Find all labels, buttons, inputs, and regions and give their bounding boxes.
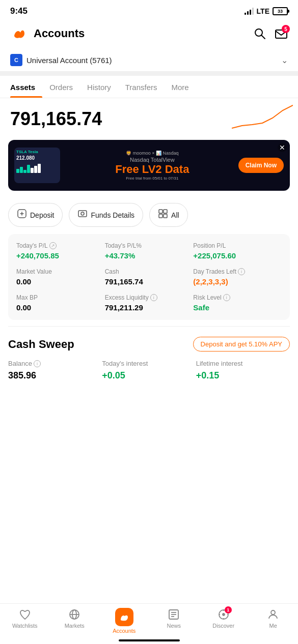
tab-assets[interactable]: Assets: [10, 76, 42, 98]
nav-accounts[interactable]: Accounts: [109, 608, 140, 634]
accounts-active-icon: [115, 608, 133, 626]
balance-info-icon[interactable]: i: [34, 360, 41, 367]
page-title: Accounts: [34, 27, 85, 40]
stats-grid: Today's P/L ↗ +240,705.85 Today's P/L% +…: [8, 234, 290, 320]
news-label: News: [167, 623, 181, 629]
account-tabs: Assets Orders History Transfers More: [0, 76, 298, 98]
stat-excess-liquidity: Excess Liquidity i 791,211.29: [105, 294, 194, 312]
news-icon: [167, 608, 180, 621]
nav-news[interactable]: News: [158, 608, 189, 634]
banner-text: 🦁 moomoo × 📊 Nasdaq Nasdaq TotalView Fre…: [70, 151, 234, 181]
funds-details-button[interactable]: Funds Details: [69, 203, 143, 227]
header-actions: 5: [253, 27, 288, 40]
tab-orders[interactable]: Orders: [42, 76, 80, 98]
mail-button[interactable]: 5: [275, 27, 288, 40]
header-left: Accounts: [10, 24, 85, 43]
tab-more[interactable]: More: [165, 76, 196, 98]
account-logo-icon: C: [10, 54, 22, 66]
accounts-label: Accounts: [113, 628, 136, 634]
risk-level-info-icon[interactable]: i: [223, 294, 230, 301]
stat-risk-level: Risk Level i Safe: [193, 294, 282, 312]
stats-row-1: Today's P/L ↗ +240,705.85 Today's P/L% +…: [16, 242, 282, 260]
nav-discover[interactable]: 1 Discover: [208, 608, 239, 634]
status-time: 9:45: [10, 6, 28, 16]
cash-sweep-section: Cash Sweep Deposit and get 5.10% APY Bal…: [8, 326, 290, 386]
stat-risk-level-value: Safe: [193, 303, 282, 312]
me-icon: [266, 608, 280, 621]
export-icon[interactable]: ↗: [49, 242, 57, 249]
me-label: Me: [269, 623, 277, 629]
stat-day-trades-value: (2,2,3,3,3): [193, 277, 282, 286]
stat-cash-value: 791,165.74: [105, 277, 194, 286]
apy-badge[interactable]: Deposit and get 5.10% APY: [193, 337, 290, 352]
stat-day-trades: Day Trades Left i (2,2,3,3,3): [193, 268, 282, 286]
account-name: Universal Account (5761): [26, 56, 112, 65]
sweep-balance-value: 385.96: [8, 370, 102, 381]
stat-max-bp: Max BP 0.00: [16, 294, 105, 312]
svg-point-7: [81, 212, 84, 215]
banner-close-button[interactable]: ✕: [278, 143, 287, 152]
sweep-lifetime-interest: Lifetime interest +0.15: [196, 360, 290, 381]
status-bar: 9:45 LTE 33: [0, 0, 298, 20]
cash-sweep-title: Cash Sweep: [8, 338, 74, 351]
stat-market-value: Market Value 0.00: [16, 268, 105, 286]
balance-section: 791,165.74: [0, 98, 298, 135]
stat-position-pl-value: +225,075.60: [193, 251, 282, 260]
banner-logos: 🦁 moomoo × 📊 Nasdaq: [70, 151, 234, 156]
deposit-button[interactable]: Deposit: [8, 203, 63, 227]
svg-line-3: [262, 36, 265, 39]
svg-point-15: [122, 617, 125, 621]
tab-history[interactable]: History: [80, 76, 118, 98]
discover-icon: 1: [217, 608, 230, 621]
banner-main-text: Free LV2 Data: [70, 164, 234, 175]
stats-row-2: Market Value 0.00 Cash 791,165.74 Day Tr…: [16, 268, 282, 286]
claim-button[interactable]: Claim Now: [238, 158, 284, 173]
nav-markets[interactable]: Markets: [59, 608, 90, 634]
lte-label: LTE: [257, 7, 269, 15]
stats-row-3: Max BP 0.00 Excess Liquidity i 791,211.2…: [16, 294, 282, 312]
svg-rect-6: [78, 211, 87, 217]
search-button[interactable]: [253, 27, 266, 40]
section-divider: [0, 72, 298, 76]
stat-today-pl-pct: Today's P/L% +43.73%: [105, 242, 194, 260]
balance-chart: [232, 100, 293, 133]
day-trades-info-icon[interactable]: i: [238, 268, 245, 275]
all-icon: [158, 209, 168, 221]
svg-rect-10: [159, 214, 162, 218]
watchlists-label: Watchlists: [12, 623, 38, 629]
account-selector[interactable]: C Universal Account (5761) ⌄: [0, 49, 298, 72]
deposit-icon: [17, 209, 27, 221]
svg-point-22: [271, 610, 275, 614]
banner-mockup: TSLA Tesla 212.080: [14, 148, 70, 183]
discover-badge: 1: [225, 606, 232, 613]
mail-badge: 5: [282, 25, 290, 33]
watchlists-icon: [18, 608, 32, 621]
stat-max-bp-value: 0.00: [16, 303, 105, 312]
svg-rect-9: [164, 210, 167, 213]
svg-rect-8: [159, 210, 162, 213]
markets-label: Markets: [65, 623, 85, 629]
battery-icon: 33: [273, 7, 288, 15]
stat-position-pl: Position P/L +225,075.60: [193, 242, 282, 260]
excess-liquidity-info-icon[interactable]: i: [150, 294, 157, 301]
stat-today-pl: Today's P/L ↗ +240,705.85: [16, 242, 105, 260]
status-right: LTE 33: [245, 7, 288, 15]
svg-point-1: [15, 32, 19, 37]
sweep-balance: Balance i 385.96: [8, 360, 102, 381]
markets-icon: [68, 608, 81, 621]
all-button[interactable]: All: [149, 203, 188, 227]
chevron-down-icon: ⌄: [281, 55, 288, 65]
tab-transfers[interactable]: Transfers: [118, 76, 165, 98]
sweep-today-interest-value: +0.05: [102, 370, 196, 381]
banner-trial-text: Free trial from 05/01 to 07/31: [70, 176, 234, 181]
sweep-today-interest: Today's interest +0.05: [102, 360, 196, 381]
action-buttons: Deposit Funds Details All: [0, 196, 298, 234]
nav-watchlists[interactable]: Watchlists: [10, 608, 40, 634]
promo-banner: TSLA Tesla 212.080 🦁 moomoo × 📊 Nasdaq N…: [8, 140, 290, 191]
svg-rect-11: [164, 214, 167, 218]
header: Accounts 5: [0, 20, 298, 49]
cash-sweep-header: Cash Sweep Deposit and get 5.10% APY: [8, 337, 290, 352]
nav-me[interactable]: Me: [258, 608, 288, 634]
app-logo: [10, 24, 29, 43]
signal-icon: [245, 8, 254, 15]
